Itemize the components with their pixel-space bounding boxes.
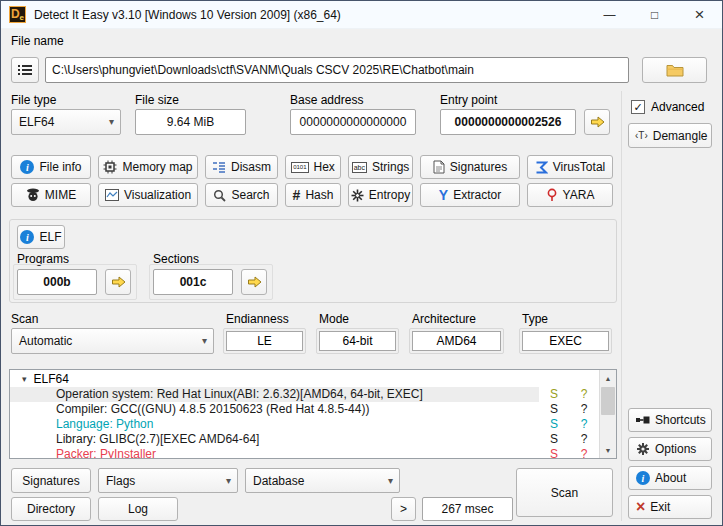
advanced-checkbox[interactable]: ✓ Advanced: [631, 100, 704, 114]
database-value: Database: [253, 474, 304, 488]
close-button[interactable]: ×: [677, 1, 722, 28]
open-file-button[interactable]: [642, 57, 707, 83]
log-button[interactable]: Log: [98, 497, 178, 521]
result-signature-link[interactable]: S: [539, 402, 569, 417]
tool-label: Memory map: [122, 160, 192, 174]
scroll-up-icon[interactable]: ▲: [600, 370, 616, 386]
sections-goto-button[interactable]: [241, 269, 267, 295]
architecture-field: AMD64: [409, 328, 504, 354]
signatures-tool-button[interactable]: Signatures: [420, 155, 520, 179]
tool-label: Hex: [314, 160, 335, 174]
file-menu-button[interactable]: [11, 57, 39, 83]
result-signature-link[interactable]: S: [539, 417, 569, 432]
maximize-button[interactable]: □: [632, 1, 677, 28]
signatures-button[interactable]: Signatures: [11, 468, 91, 493]
result-help-link[interactable]: ?: [569, 432, 599, 447]
result-signature-link[interactable]: S: [539, 432, 569, 447]
result-help-link[interactable]: ?: [569, 387, 599, 402]
results-scrollbar[interactable]: ▲ ▼: [599, 370, 616, 458]
entry-point-goto-button[interactable]: [584, 109, 610, 135]
disasm-list-icon: [212, 161, 226, 173]
entropy-button[interactable]: Entropy: [348, 183, 413, 207]
checkmark-icon[interactable]: ✓: [631, 100, 645, 114]
app-logo-e: e: [20, 14, 24, 22]
file-info-button[interactable]: i File info: [11, 155, 91, 179]
elf-header-button[interactable]: i ELF: [17, 225, 65, 249]
result-help-link[interactable]: ?: [569, 447, 599, 459]
tree-expander-icon[interactable]: ▾: [22, 372, 27, 387]
result-help-link[interactable]: ?: [569, 417, 599, 432]
yara-button[interactable]: YARA: [527, 183, 613, 207]
hash-button[interactable]: # Hash: [285, 183, 341, 207]
visualization-button[interactable]: Visualization: [98, 183, 198, 207]
results-rows: ▾ ELF64 Operation system: Red Hat Linux(…: [10, 370, 599, 459]
entry-point-field[interactable]: 0000000000002526: [440, 109, 576, 135]
type-field: EXEC: [519, 328, 612, 354]
database-select[interactable]: Database ▾: [245, 468, 400, 493]
result-signature-link[interactable]: S: [539, 387, 569, 402]
disasm-button[interactable]: Disasm: [205, 155, 278, 179]
flags-select[interactable]: Flags ▾: [98, 468, 238, 493]
scan-label: Scan: [11, 312, 38, 326]
programs-count-field[interactable]: 000b: [17, 269, 97, 295]
elf-button-label: ELF: [39, 230, 61, 244]
directory-button[interactable]: Directory: [11, 497, 91, 521]
tool-label: Visualization: [124, 188, 191, 202]
tool-label: Signatures: [450, 160, 507, 174]
virustotal-icon: [535, 161, 548, 174]
mode-field: 64-bit: [316, 328, 399, 354]
file-path-input[interactable]: [45, 57, 629, 83]
entropy-star-icon: [351, 189, 364, 202]
options-button[interactable]: Options: [628, 437, 712, 461]
result-row[interactable]: Packer: PyInstaller S ?: [10, 447, 599, 459]
advanced-label: Advanced: [651, 100, 704, 114]
app-logo-icon: De: [9, 6, 26, 23]
type-value: EXEC: [522, 331, 609, 351]
file-size-label: File size: [135, 93, 179, 107]
result-row[interactable]: Compiler: GCC((GNU) 4.8.5 20150623 (Red …: [10, 402, 599, 417]
memory-map-button[interactable]: Memory map: [98, 155, 198, 179]
yara-icon: [546, 188, 558, 202]
result-text: Operation system: Red Hat Linux(ABI: 2.6…: [10, 387, 539, 402]
about-button[interactable]: i About: [628, 466, 712, 490]
result-row[interactable]: Language: Python S ?: [10, 417, 599, 432]
chevron-down-icon: ▾: [202, 335, 207, 346]
strings-button[interactable]: abc Strings: [348, 155, 413, 179]
yellow-arrow-icon: [590, 116, 605, 128]
right-panel-divider: [621, 91, 622, 521]
result-signature-link[interactable]: S: [539, 447, 569, 459]
sections-count-field[interactable]: 001c: [153, 269, 233, 295]
exit-button[interactable]: × Exit: [628, 495, 712, 519]
base-address-field[interactable]: 0000000000000000: [290, 109, 416, 135]
document-icon: [433, 160, 445, 174]
result-row[interactable]: Library: GLIBC(2.7)[EXEC AMD64-64] S ?: [10, 432, 599, 447]
expand-button[interactable]: >: [391, 497, 416, 521]
scan-button[interactable]: Scan: [516, 468, 613, 517]
file-type-select[interactable]: ELF64 ▾: [11, 109, 121, 135]
list-menu-icon: [18, 64, 32, 76]
search-button[interactable]: Search: [205, 183, 278, 207]
hex-button[interactable]: 0101 Hex: [285, 155, 341, 179]
result-row[interactable]: Operation system: Red Hat Linux(ABI: 2.6…: [10, 387, 599, 402]
mime-button[interactable]: MIME: [11, 183, 91, 207]
info-icon: i: [20, 160, 34, 174]
result-help-link[interactable]: ?: [569, 402, 599, 417]
extractor-button[interactable]: Y Extractor: [420, 183, 520, 207]
scan-results-list[interactable]: ▾ ELF64 Operation system: Red Hat Linux(…: [9, 369, 617, 459]
elapsed-time-field: 267 msec: [422, 497, 513, 521]
scroll-down-icon[interactable]: ▼: [600, 442, 616, 458]
yellow-arrow-icon: [247, 276, 262, 288]
tool-row-2: MIME Visualization Search # Hash Entropy…: [11, 183, 613, 207]
scrollbar-thumb[interactable]: [601, 387, 615, 415]
demangle-icon: ‹T›: [635, 130, 648, 141]
programs-goto-button[interactable]: [105, 269, 131, 295]
info-icon: i: [20, 230, 34, 244]
demangle-button[interactable]: ‹T› Demangle: [628, 123, 712, 148]
result-text: Language: Python: [10, 417, 539, 432]
shortcuts-button[interactable]: Shortcuts: [628, 408, 712, 432]
minimize-button[interactable]: —: [587, 1, 632, 28]
gear-icon: [636, 442, 650, 456]
result-root-row[interactable]: ▾ ELF64: [10, 372, 599, 387]
virustotal-button[interactable]: VirusTotal: [527, 155, 613, 179]
scan-method-select[interactable]: Automatic ▾: [11, 328, 214, 354]
